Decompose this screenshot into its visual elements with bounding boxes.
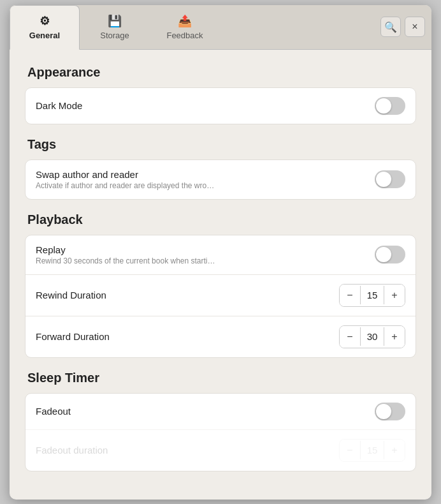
search-button[interactable]: 🔍 [380,17,401,37]
sleep-timer-title: Sleep Timer [27,371,416,385]
fadeout-duration-value: 15 [360,441,384,459]
tab-feedback[interactable]: 📤 Feedback [150,5,220,49]
tab-storage-label: Storage [100,31,129,40]
rewind-duration-label: Rewind Duration [36,290,106,300]
replay-row: Replay Rewind 30 seconds of the current … [25,235,416,274]
tab-storage[interactable]: 💾 Storage [80,5,150,49]
tab-actions: 🔍 × [380,5,431,49]
forward-duration-stepper: − 30 + [339,325,405,348]
tab-feedback-label: Feedback [166,31,203,40]
tab-general-label: General [29,31,60,40]
close-button[interactable]: × [405,17,425,37]
swap-author-reader-row: Swap author and reader Activate if autho… [25,160,416,199]
forward-duration-value: 30 [360,327,384,346]
tags-section: Tags Swap author and reader Activate if … [25,137,416,200]
content-area: Appearance Dark Mode Tags Swap author an… [10,50,431,500]
rewind-duration-value: 15 [360,286,384,304]
playback-section: Playback Replay Rewind 30 seconds of the… [25,212,416,358]
forward-duration-increment[interactable]: + [384,326,405,348]
rewind-duration-decrement[interactable]: − [340,285,360,306]
forward-duration-row: Forward Duration − 30 + [25,316,416,357]
replay-label: Replay [36,244,215,255]
tab-general[interactable]: ⚙ General [10,5,80,50]
appearance-section: Appearance Dark Mode [25,65,416,124]
fadeout-label: Fadeout [36,406,71,417]
sleep-timer-section: Sleep Timer Fadeout Fadeout duration − 1… [25,371,416,471]
dark-mode-toggle[interactable] [375,97,405,115]
forward-duration-label: Forward Duration [36,331,110,342]
settings-window: ⚙ General 💾 Storage 📤 Feedback 🔍 × Appea… [10,5,431,500]
fadeout-duration-row: Fadeout duration − 15 + [25,429,416,471]
fadeout-toggle[interactable] [375,403,405,420]
rewind-duration-stepper: − 15 + [339,284,405,307]
gear-icon: ⚙ [40,14,50,28]
playback-card: Replay Rewind 30 seconds of the current … [25,235,416,358]
dark-mode-label: Dark Mode [36,100,82,111]
tags-card: Swap author and reader Activate if autho… [25,159,416,200]
replay-toggle[interactable] [375,246,405,263]
tags-title: Tags [27,137,416,152]
swap-author-sublabel: Activate if author and reader are displa… [36,181,214,190]
storage-icon: 💾 [108,14,122,28]
appearance-card: Dark Mode [25,87,416,124]
search-icon: 🔍 [384,21,397,33]
fadeout-duration-stepper: − 15 + [339,439,405,462]
feedback-icon: 📤 [178,14,192,28]
tab-bar: ⚙ General 💾 Storage 📤 Feedback 🔍 × [10,5,431,50]
swap-author-toggle[interactable] [375,170,405,188]
fadeout-duration-decrement: − [340,440,360,461]
rewind-duration-row: Rewind Duration − 15 + [25,274,416,316]
playback-title: Playback [27,212,416,227]
swap-author-label: Swap author and reader [36,169,214,180]
replay-sublabel: Rewind 30 seconds of the current book wh… [36,256,215,265]
close-icon: × [412,21,417,33]
rewind-duration-increment[interactable]: + [384,285,405,306]
fadeout-duration-label: Fadeout duration [36,445,108,456]
forward-duration-decrement[interactable]: − [340,326,360,348]
dark-mode-row: Dark Mode [25,88,416,124]
appearance-title: Appearance [27,65,416,80]
fadeout-duration-increment: + [384,440,405,461]
fadeout-row: Fadeout [25,394,416,429]
sleep-timer-card: Fadeout Fadeout duration − 15 + [25,393,416,471]
